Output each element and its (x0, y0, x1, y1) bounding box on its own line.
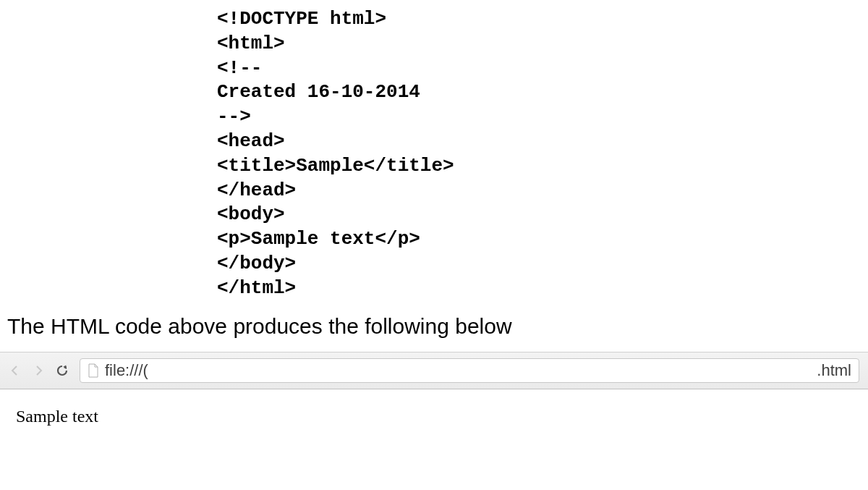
code-line: </head> (217, 179, 296, 201)
code-line: <!DOCTYPE html> (217, 8, 386, 30)
browser-toolbar: file:///( .html (0, 352, 868, 389)
code-block: <!DOCTYPE html> <html> <!-- Created 16-1… (0, 0, 868, 301)
code-line: <head> (217, 130, 285, 152)
back-button[interactable] (9, 364, 22, 377)
code-line: <title>Sample</title> (217, 155, 454, 177)
caption-text: The HTML code above produces the followi… (0, 301, 868, 352)
address-bar[interactable]: file:///( .html (80, 358, 859, 383)
url-text: file:///( (105, 361, 811, 380)
rendered-page: Sample text (0, 389, 868, 426)
output-paragraph: Sample text (16, 407, 868, 426)
code-line: Created 16-10-2014 (217, 81, 420, 103)
code-line: </body> (217, 253, 296, 274)
url-extension: .html (817, 361, 851, 380)
code-line: </html> (217, 277, 296, 299)
forward-button[interactable] (32, 364, 45, 377)
file-icon (88, 363, 99, 378)
code-line: <html> (217, 33, 285, 54)
code-line: --> (217, 106, 251, 127)
code-line: <!-- (217, 57, 262, 79)
code-line: <body> (217, 203, 285, 225)
code-line: <p>Sample text</p> (217, 228, 420, 250)
reload-button[interactable] (55, 363, 69, 378)
